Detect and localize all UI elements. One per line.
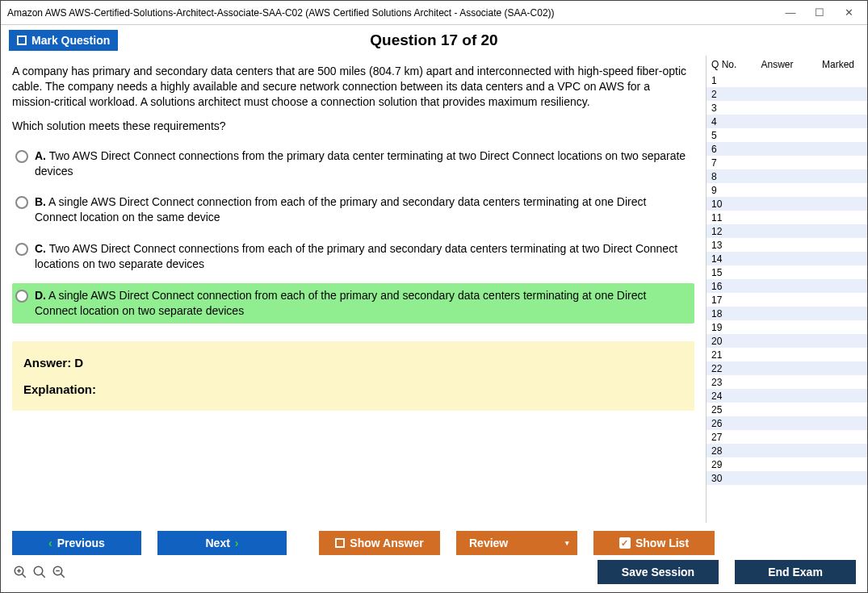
radio-icon	[15, 290, 28, 303]
question-number: 27	[711, 432, 740, 443]
question-row[interactable]: 24	[707, 389, 867, 403]
footer-row-2: Save Session End Exam	[1, 560, 867, 592]
question-number: 16	[711, 281, 740, 292]
question-row[interactable]: 19	[707, 320, 867, 334]
check-icon: ✓	[619, 537, 631, 549]
question-number: 5	[711, 130, 740, 141]
question-row[interactable]: 7	[707, 156, 867, 169]
option-text: B. A single AWS Direct Connect connectio…	[35, 194, 691, 225]
window-controls: — ☐ ✕	[783, 6, 856, 19]
checkbox-icon	[335, 538, 345, 548]
question-row[interactable]: 6	[707, 142, 867, 156]
question-row[interactable]: 1	[707, 73, 867, 87]
titlebar: Amazon AWS AWS-Certified-Solutions-Archi…	[1, 1, 867, 25]
question-number: 12	[711, 226, 740, 237]
close-icon[interactable]: ✕	[841, 6, 856, 19]
maximize-icon[interactable]: ☐	[812, 6, 827, 19]
save-session-label: Save Session	[622, 566, 694, 578]
question-number: 28	[711, 445, 740, 457]
question-number: 13	[711, 240, 740, 251]
radio-icon	[15, 150, 28, 163]
show-answer-button[interactable]: Show Answer	[319, 531, 440, 555]
zoom-reset-icon[interactable]	[31, 564, 48, 580]
question-row[interactable]: 20	[707, 334, 867, 348]
question-row[interactable]: 15	[707, 265, 867, 279]
question-row[interactable]: 14	[707, 252, 867, 265]
mark-question-label: Mark Question	[31, 34, 110, 47]
question-number: 17	[711, 294, 740, 306]
chevron-right-icon: ›	[235, 537, 239, 549]
radio-icon	[15, 196, 28, 209]
explanation-label: Explanation:	[23, 382, 683, 396]
end-exam-label: End Exam	[768, 566, 823, 578]
option-A[interactable]: A. Two AWS Direct Connect connections fr…	[12, 144, 694, 184]
review-button[interactable]: Review ▾	[456, 531, 577, 555]
question-number: 23	[711, 377, 740, 388]
question-row[interactable]: 11	[707, 211, 867, 224]
question-row[interactable]: 12	[707, 224, 867, 238]
question-row[interactable]: 26	[707, 416, 867, 430]
question-row[interactable]: 3	[707, 101, 867, 115]
save-session-button[interactable]: Save Session	[598, 560, 719, 584]
next-label: Next	[205, 537, 229, 549]
question-number: 15	[711, 267, 740, 278]
question-row[interactable]: 17	[707, 293, 867, 307]
question-row[interactable]: 5	[707, 128, 867, 142]
window-title: Amazon AWS AWS-Certified-Solutions-Archi…	[7, 7, 783, 19]
question-row[interactable]: 4	[707, 115, 867, 128]
question-row[interactable]: 16	[707, 279, 867, 293]
question-row[interactable]: 21	[707, 348, 867, 361]
question-row[interactable]: 22	[707, 361, 867, 375]
option-D[interactable]: D. A single AWS Direct Connect connectio…	[12, 283, 694, 324]
question-row[interactable]: 23	[707, 375, 867, 389]
question-row[interactable]: 9	[707, 183, 867, 197]
question-number: 30	[711, 473, 740, 484]
show-answer-label: Show Answer	[350, 537, 423, 549]
mark-question-button[interactable]: Mark Question	[9, 30, 118, 51]
question-number: 21	[711, 349, 740, 361]
header-answer: Answer	[740, 59, 814, 70]
option-B[interactable]: B. A single AWS Direct Connect connectio…	[12, 190, 694, 230]
end-exam-button[interactable]: End Exam	[735, 560, 856, 584]
question-list-panel: Q No. Answer Marked 12345678910111213141…	[706, 56, 867, 523]
next-button[interactable]: Next ›	[157, 531, 287, 555]
answer-box: Answer: D Explanation:	[12, 341, 694, 411]
question-row[interactable]: 18	[707, 307, 867, 320]
question-number: 10	[711, 198, 740, 210]
svg-point-4	[34, 566, 43, 575]
zoom-controls	[12, 564, 67, 580]
main-area: A company has primary and secondary data…	[1, 56, 867, 523]
question-number: 19	[711, 322, 740, 333]
zoom-in-icon[interactable]	[12, 564, 28, 580]
question-row[interactable]: 8	[707, 169, 867, 183]
svg-line-1	[22, 574, 26, 578]
question-number: 22	[711, 363, 740, 374]
question-text: A company has primary and secondary data…	[12, 64, 694, 110]
review-label: Review	[469, 537, 508, 549]
radio-icon	[15, 243, 28, 256]
question-row[interactable]: 10	[707, 197, 867, 211]
question-row[interactable]: 27	[707, 430, 867, 444]
header-qno: Q No.	[711, 59, 740, 70]
question-list-body[interactable]: 1234567891011121314151617181920212223242…	[707, 73, 867, 523]
question-row[interactable]: 28	[707, 444, 867, 457]
question-number: 11	[711, 212, 740, 223]
app-window: Amazon AWS AWS-Certified-Solutions-Archi…	[0, 0, 868, 593]
question-row[interactable]: 13	[707, 238, 867, 252]
show-list-button[interactable]: ✓ Show List	[593, 531, 715, 555]
previous-button[interactable]: ‹ Previous	[12, 531, 141, 555]
option-C[interactable]: C. Two AWS Direct Connect connections fr…	[12, 236, 694, 277]
question-row[interactable]: 25	[707, 403, 867, 416]
option-text: D. A single AWS Direct Connect connectio…	[35, 288, 691, 319]
option-text: A. Two AWS Direct Connect connections fr…	[35, 148, 691, 179]
question-number: 8	[711, 171, 740, 182]
question-row[interactable]: 30	[707, 471, 867, 485]
question-prompt: Which solution meets these requirements?	[12, 119, 694, 132]
question-row[interactable]: 29	[707, 457, 867, 471]
question-row[interactable]: 2	[707, 87, 867, 101]
minimize-icon[interactable]: —	[783, 6, 798, 19]
option-text: C. Two AWS Direct Connect connections fr…	[35, 241, 691, 272]
zoom-out-icon[interactable]	[51, 564, 67, 580]
question-number: 1	[711, 75, 740, 86]
question-number: 25	[711, 404, 740, 416]
